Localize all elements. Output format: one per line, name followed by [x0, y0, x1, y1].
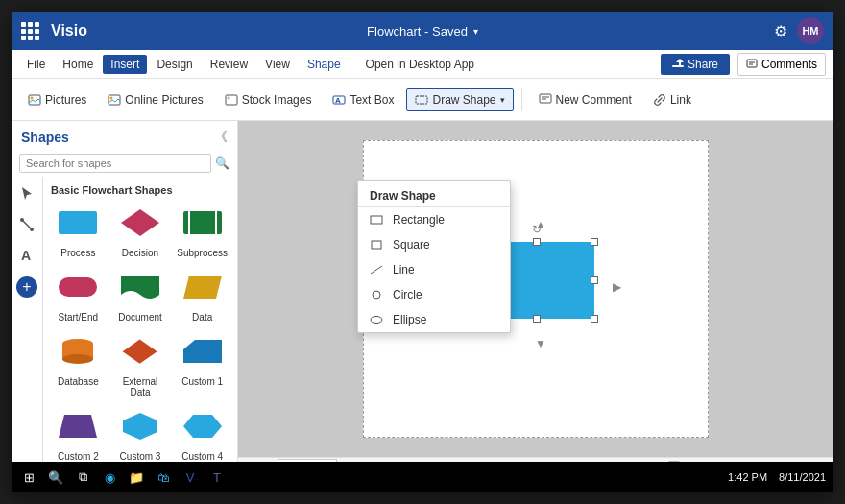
shape-external-data[interactable]: External Data [113, 330, 168, 397]
shape-label-data: Data [192, 312, 212, 323]
link-button[interactable]: Link [644, 88, 700, 111]
new-comment-button[interactable]: New Comment [530, 88, 640, 111]
app-logo: Visio [21, 22, 87, 40]
svg-rect-6 [109, 95, 120, 105]
canvas-inner[interactable]: ▲ ▼ ◀ ▶ ↻ [238, 121, 833, 457]
shape-thumb-subprocess [178, 202, 228, 244]
svg-rect-25 [59, 277, 97, 297]
user-avatar[interactable]: HM [797, 17, 824, 44]
shape-label-external-data: External Data [113, 376, 168, 397]
handle-bc[interactable] [533, 315, 541, 323]
handle-mr[interactable] [591, 276, 598, 284]
shape-database[interactable]: Database [51, 330, 106, 397]
shape-decision[interactable]: Decision [113, 202, 168, 258]
sidebar-header: Shapes 《 [12, 121, 237, 150]
page-tab[interactable]: Page-1 [278, 459, 336, 463]
sidebar-collapse-button[interactable]: 《 [214, 129, 228, 146]
shape-document[interactable]: Document [113, 266, 168, 323]
add-shape-button[interactable]: + [16, 276, 37, 298]
waffle-icon[interactable] [21, 22, 39, 40]
settings-icon[interactable]: ⚙ [774, 22, 787, 40]
arrow-down-handle[interactable]: ▼ [535, 337, 546, 350]
pictures-button[interactable]: Pictures [19, 88, 95, 111]
main-area: Shapes 《 🔍 A + [12, 121, 833, 462]
menu-view[interactable]: View [257, 55, 298, 74]
shape-label-decision: Decision [122, 248, 158, 258]
menu-shape[interactable]: Shape [300, 55, 349, 74]
feedback-text[interactable]: Give Feedback to Microsoft [697, 462, 826, 463]
svg-marker-21 [121, 209, 159, 236]
search-taskbar[interactable]: 🔍 [46, 468, 65, 487]
pointer-tool[interactable] [13, 180, 40, 207]
online-pictures-button[interactable]: Online Pictures [99, 88, 211, 111]
draw-shape-caret[interactable]: ▾ [500, 95, 505, 105]
menu-design[interactable]: Design [149, 55, 200, 74]
draw-shape-button[interactable]: Draw Shape ▾ [406, 88, 513, 111]
dropdown-line[interactable]: Line [358, 257, 510, 282]
visio-taskbar-icon[interactable]: V [181, 468, 200, 487]
share-button[interactable]: Share [661, 54, 730, 75]
zoom-fit-icon[interactable] [666, 460, 682, 463]
arrow-right-handle[interactable]: ▶ [613, 280, 621, 294]
shape-thumb-custom1 [178, 330, 228, 372]
edge-icon[interactable]: ◉ [100, 468, 119, 487]
sidebar-search-area: 🔍 [12, 150, 237, 177]
search-input[interactable] [19, 154, 211, 173]
shape-thumb-document [115, 266, 165, 308]
shape-custom3[interactable]: Custom 3 [113, 405, 168, 462]
connector-tool[interactable] [13, 211, 40, 238]
menu-home[interactable]: Home [55, 55, 101, 74]
shape-subprocess[interactable]: Subprocess [175, 202, 229, 258]
start-button[interactable]: ⊞ [19, 468, 38, 487]
store-icon[interactable]: 🛍 [154, 468, 173, 487]
folder-icon[interactable]: 📁 [127, 468, 146, 487]
shape-label-custom1: Custom 1 [181, 376, 223, 387]
dropdown-ellipse[interactable]: Ellipse [358, 307, 510, 332]
handle-tc[interactable] [533, 238, 541, 246]
dropdown-circle[interactable]: Circle [358, 282, 510, 307]
svg-text:A: A [335, 96, 341, 105]
handle-br[interactable] [591, 315, 598, 323]
task-view[interactable]: ⧉ [73, 468, 92, 487]
shape-custom2[interactable]: Custom 2 [51, 405, 106, 462]
dropdown-rectangle[interactable]: Rectangle [358, 207, 510, 232]
menu-bar: File Home Insert Design Review View Shap… [12, 50, 833, 79]
comments-button[interactable]: Comments [737, 53, 826, 76]
shape-label-document: Document [118, 312, 162, 323]
shape-custom1[interactable]: Custom 1 [175, 330, 229, 397]
svg-text:A: A [21, 248, 31, 263]
dropdown-square[interactable]: Square [358, 232, 510, 257]
stock-images-button[interactable]: Stock Images [216, 88, 321, 111]
shape-startend[interactable]: Start/End [51, 266, 106, 323]
doc-caret[interactable]: ▾ [473, 26, 478, 36]
zoom-controls: − + 33% Give Feedback to Microsoft [533, 460, 826, 463]
open-desktop-btn[interactable]: Open in Desktop App [358, 55, 482, 74]
gallery-section-title: Basic Flowchart Shapes [51, 180, 229, 202]
shape-process[interactable]: Process [51, 202, 106, 258]
nav-prev-button[interactable]: ‹ [258, 461, 262, 463]
nav-list-button[interactable]: ≡ [246, 461, 253, 463]
menu-insert[interactable]: Insert [103, 55, 147, 74]
toolbar: Pictures Online Pictures Stock Images A … [12, 79, 833, 121]
zoom-minus[interactable]: − [533, 462, 539, 463]
add-page-button[interactable]: ⊕ [343, 458, 355, 462]
menu-review[interactable]: Review [203, 55, 255, 74]
svg-rect-4 [29, 95, 40, 105]
text-tool[interactable]: A [13, 242, 40, 269]
taskbar-right: 1:42 PM 8/11/2021 [728, 471, 826, 483]
shape-thumb-custom2 [53, 405, 103, 447]
dropdown-title: Draw Shape [358, 181, 510, 207]
shape-custom4[interactable]: Custom 4 [175, 405, 229, 462]
nav-next-button[interactable]: › [268, 461, 272, 463]
shape-data[interactable]: Data [175, 266, 229, 323]
zoom-plus[interactable]: + [628, 462, 634, 463]
zoom-thumb[interactable] [592, 462, 603, 463]
text-box-button[interactable]: A Text Box [324, 88, 402, 111]
teams-icon[interactable]: T [207, 468, 227, 487]
menu-file[interactable]: File [19, 55, 53, 74]
handle-tr[interactable] [591, 238, 598, 246]
rotate-handle[interactable]: ↻ [532, 223, 542, 236]
shape-label-database: Database [58, 376, 99, 387]
svg-point-43 [373, 291, 380, 299]
svg-marker-35 [183, 415, 222, 438]
